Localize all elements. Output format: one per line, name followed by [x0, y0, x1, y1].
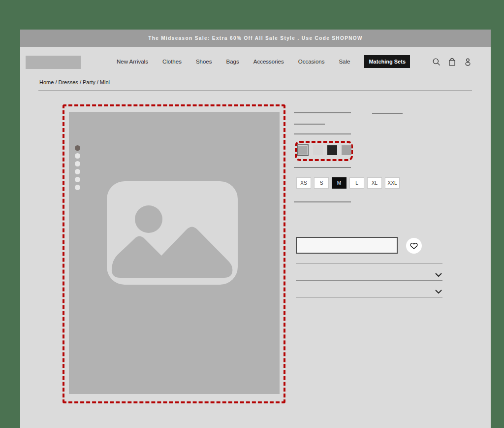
color-swatch[interactable]	[342, 145, 351, 155]
product-subtitle-skeleton	[294, 124, 325, 125]
gallery-dot[interactable]	[75, 185, 80, 190]
search-icon[interactable]	[432, 57, 441, 66]
size-button-xxl[interactable]: XXL	[385, 177, 400, 189]
breadcrumb-divider	[38, 90, 472, 91]
size-button-l[interactable]: L	[349, 177, 364, 189]
gallery-dot[interactable]	[75, 177, 80, 182]
promo-banner: The Midseason Sale: Extra 60% Off All Sa…	[20, 30, 491, 47]
chevron-down-icon[interactable]	[435, 270, 442, 279]
nav-icon-group	[432, 47, 472, 76]
breadcrumb[interactable]: Home / Dresses / Party / Mini	[39, 79, 110, 85]
nav-item-bags[interactable]: Bags	[226, 59, 239, 65]
page-container: The Midseason Sale: Extra 60% Off All Sa…	[20, 30, 491, 428]
main-nav: New Arrivals Clothes Shoes Bags Accessor…	[117, 47, 410, 76]
accordion-divider	[296, 297, 442, 297]
nav-item-accessories[interactable]: Accessories	[253, 59, 284, 65]
nav-item-matching-sets[interactable]: Matching Sets	[364, 55, 410, 68]
add-to-cart-button[interactable]	[296, 237, 398, 254]
nav-item-occasions[interactable]: Occasions	[298, 59, 325, 65]
accordion-row-details[interactable]	[296, 264, 442, 280]
account-icon[interactable]	[463, 57, 472, 66]
wishlist-button[interactable]	[406, 238, 422, 254]
fit-label-skeleton	[294, 201, 351, 202]
image-placeholder-icon	[107, 181, 238, 285]
gallery-dot[interactable]	[75, 169, 80, 174]
nav-item-shoes[interactable]: Shoes	[196, 59, 212, 65]
chevron-down-icon[interactable]	[435, 287, 442, 296]
size-button-xs[interactable]: XS	[296, 177, 311, 189]
gallery-dot-active[interactable]	[75, 145, 80, 151]
color-label-skeleton	[294, 133, 351, 134]
nav-item-new-arrivals[interactable]: New Arrivals	[117, 59, 148, 65]
nav-item-clothes[interactable]: Clothes	[162, 59, 182, 65]
gallery-dot[interactable]	[75, 153, 80, 159]
gallery-dot[interactable]	[75, 161, 80, 166]
shopping-bag-icon[interactable]	[447, 57, 457, 66]
color-swatch-group	[297, 144, 351, 156]
size-label-skeleton	[294, 167, 351, 168]
promo-banner-text: The Midseason Sale: Extra 60% Off All Sa…	[148, 35, 363, 41]
size-button-xl[interactable]: XL	[367, 177, 382, 189]
size-selector: XS S M L XL XXL	[296, 177, 400, 189]
product-image-placeholder	[69, 112, 280, 394]
gallery-thumbnail-dots	[75, 145, 80, 193]
nav-item-sale[interactable]: Sale	[339, 59, 350, 65]
color-swatch[interactable]	[313, 145, 323, 155]
heart-icon	[410, 242, 418, 250]
logo-placeholder[interactable]	[26, 56, 81, 69]
color-swatch[interactable]	[327, 145, 337, 155]
size-button-m-selected[interactable]: M	[332, 177, 346, 189]
accordion-row-shipping[interactable]	[296, 281, 442, 297]
size-button-s[interactable]: S	[314, 177, 329, 189]
product-price-skeleton	[372, 113, 403, 114]
product-title-skeleton	[294, 112, 351, 113]
color-swatch-selected[interactable]	[297, 144, 309, 156]
